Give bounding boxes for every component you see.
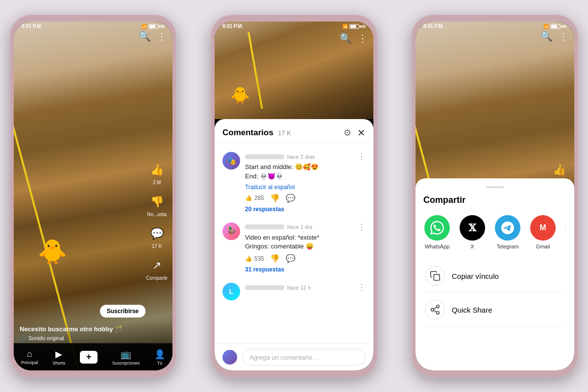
svg-point-2 — [431, 309, 434, 312]
quick-share-label: Quick Share — [452, 306, 492, 314]
nav-profile[interactable]: 👤 Tú — [154, 349, 165, 366]
phone-screen-1: 8:01 P.M. 📶 49 🐥 🔍 ⋮ — [14, 22, 172, 370]
phone-2: 8:01 P.M. 📶 49 🐥 🔍 ⋮ — [201, 5, 387, 387]
nav-subs-label: Suscripciones — [112, 361, 140, 366]
video-thumbnail-strip: 🐥 🔍 ⋮ — [215, 22, 373, 119]
comment-placeholder: Agrega un comentario… — [249, 354, 318, 361]
comment-item-1: 🎭 hace 2 días ⋮ Start and middle: 😊🥰😍End… — [215, 147, 373, 217]
gmail-icon: M — [530, 215, 556, 241]
subscriptions-icon: 📺 — [121, 349, 131, 360]
like-action-2[interactable]: 👍 535 — [245, 255, 264, 262]
more-icon-3[interactable]: ⋮ — [559, 30, 568, 42]
sheet-handle — [486, 186, 504, 188]
filter-icon[interactable]: ⚙ — [343, 127, 351, 138]
share-x[interactable]: 𝕏 X — [459, 215, 486, 249]
comment-body-3: hace 12 h ⋮ — [245, 283, 366, 300]
more-apps-icon: ··· — [565, 215, 566, 241]
wifi-icon-2: 📶 — [343, 24, 348, 29]
phone-frame-1: 8:01 P.M. 📶 49 🐥 🔍 ⋮ — [10, 15, 176, 377]
nav-subscriptions[interactable]: 📺 Suscripciones — [112, 349, 140, 366]
comments-button[interactable]: 💬 17 K — [148, 225, 166, 249]
nav-create[interactable]: + — [80, 351, 98, 364]
close-icon[interactable]: ✕ — [357, 127, 366, 139]
search-icon-2[interactable]: 🔍 — [340, 32, 352, 44]
search-icon[interactable]: 🔍 — [139, 30, 151, 42]
quick-share-option[interactable]: Quick Share — [423, 293, 566, 327]
phone-1: 8:01 P.M. 📶 49 🐥 🔍 ⋮ — [0, 5, 186, 387]
svg-point-3 — [437, 312, 440, 315]
reply-icon-1[interactable]: 💬 — [286, 194, 295, 203]
share-gmail[interactable]: M Gmail — [529, 215, 557, 249]
share-apps-row: WhatsApp 𝕏 X Telegram — [423, 215, 566, 249]
more-icon[interactable]: ⋮ — [157, 30, 167, 42]
share-more[interactable]: ··· Fe... — [564, 215, 566, 249]
dislike-icon-2[interactable]: 👎 — [270, 254, 280, 263]
telegram-label: Telegram — [496, 244, 518, 249]
nav-shorts[interactable]: ▶ Shorts — [52, 349, 65, 366]
comment-time-2: hace 1 día — [287, 224, 312, 230]
x-icon: 𝕏 — [460, 215, 485, 241]
thumbs-up-icon: 👍 — [148, 161, 166, 179]
comments-count-main: 17 K — [152, 244, 162, 249]
phone-screen-3: 8:01 P.M. 📶 49 🐥 🔍 ⋮ — [416, 22, 574, 370]
phone-screen-2: 8:01 P.M. 📶 49 🐥 🔍 ⋮ — [215, 22, 373, 370]
share-button[interactable]: ↗ Compartir — [146, 257, 168, 281]
comment-input-field[interactable]: Agrega un comentario… — [242, 349, 366, 366]
home-icon: ⌂ — [27, 349, 32, 359]
like-button[interactable]: 👍 3 M — [148, 161, 166, 185]
x-label: X — [470, 244, 474, 249]
nav-home[interactable]: ⌂ Principal — [21, 349, 38, 365]
comment-time-1: hace 2 días — [287, 154, 315, 160]
comment-text-1: Start and middle: 😊🥰😍End: 💀😈💀 — [245, 163, 366, 180]
comment-author-3: hace 12 h ⋮ — [245, 283, 366, 292]
comment-more-icon-3[interactable]: ⋮ — [358, 283, 366, 292]
replies-2[interactable]: 31 respuestas — [245, 266, 366, 273]
battery-icon — [148, 24, 158, 29]
share-whatsapp[interactable]: WhatsApp — [423, 215, 451, 249]
battery-icon-3 — [550, 24, 560, 29]
avatar-1: 🎭 — [222, 152, 240, 170]
dislike-icon-1[interactable]: 👎 — [270, 194, 280, 203]
comment-more-icon-2[interactable]: ⋮ — [358, 222, 366, 232]
bottom-nav-1: ⌂ Principal ▶ Shorts + 📺 Suscripciones 👤… — [14, 343, 172, 370]
character-visual: 🐥 — [38, 238, 67, 266]
whatsapp-icon — [424, 215, 450, 241]
comment-author-1: hace 2 días ⋮ — [245, 152, 366, 161]
gmail-label: Gmail — [536, 244, 550, 249]
battery-label-3: 49 — [562, 24, 566, 29]
comments-list: 🎭 hace 2 días ⋮ Start and middle: 😊🥰😍End… — [215, 143, 373, 343]
author-name-bar-1 — [245, 154, 284, 159]
copy-link-icon — [425, 266, 445, 286]
comment-actions-1: 👍 285 👎 💬 — [245, 194, 366, 203]
share-telegram[interactable]: Telegram — [494, 215, 521, 249]
status-icons-3: 📶 49 — [543, 24, 566, 29]
subscribe-button[interactable]: Suscribirse — [100, 305, 146, 318]
like-action-1[interactable]: 👍 285 — [245, 195, 264, 201]
comment-body-2: hace 1 día ⋮ Video en español: *existe*G… — [245, 222, 366, 273]
comment-body-1: hace 2 días ⋮ Start and middle: 😊🥰😍End: … — [245, 152, 366, 212]
replies-1[interactable]: 20 respuestas — [245, 206, 366, 213]
comment-more-icon-1[interactable]: ⋮ — [358, 152, 366, 161]
status-bar-1: 8:01 P.M. 📶 49 — [14, 22, 172, 30]
battery-label-2: 49 — [361, 24, 366, 29]
share-label: Compartir — [146, 275, 168, 281]
like-count: 3 M — [153, 180, 161, 185]
author-name-bar-2 — [245, 224, 284, 229]
translate-link-1[interactable]: Traducir al español — [245, 184, 366, 191]
sound-name: Sonido original — [28, 335, 64, 341]
share-title: Compartir — [423, 195, 566, 205]
video-sound: 🎵 Sonido original — [20, 335, 167, 341]
copy-link-option[interactable]: Copiar vínculo — [423, 259, 566, 293]
author-name-bar-3 — [245, 285, 284, 290]
search-icon-3[interactable]: 🔍 — [540, 30, 553, 42]
whatsapp-label: WhatsApp — [425, 244, 450, 249]
status-bar-3: 8:01 P.M. 📶 49 — [416, 22, 574, 30]
comment-actions-2: 👍 535 👎 💬 — [245, 254, 366, 263]
dislike-button[interactable]: 👎 No...usta — [147, 193, 167, 217]
more-icon-2[interactable]: ⋮ — [358, 32, 368, 44]
comments-count: 17 K — [278, 129, 291, 137]
quick-share-icon — [425, 300, 445, 319]
video-title: Necesito buscarme otro hobby 🪄 — [20, 325, 167, 333]
reply-icon-2[interactable]: 💬 — [286, 254, 295, 263]
time-1: 8:01 P.M. — [22, 24, 42, 29]
